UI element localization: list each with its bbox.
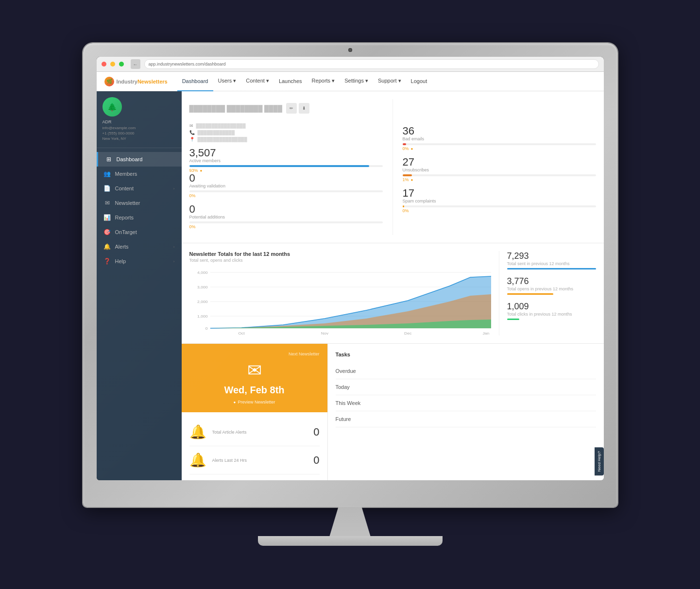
- profile-avatar: 🌲: [102, 97, 122, 117]
- back-button[interactable]: ←: [131, 59, 140, 69]
- svg-text:Dec: Dec: [404, 331, 411, 336]
- tasks-panel: Tasks Overdue Today This Week: [327, 344, 604, 480]
- minimize-btn[interactable]: [110, 62, 115, 67]
- newsletter-envelope-icon: ✉: [247, 360, 262, 381]
- sidebar-item-reports[interactable]: 📊 Reports: [97, 210, 182, 225]
- sidebar-item-content[interactable]: 📄 Content ›: [97, 181, 182, 196]
- task-this-week[interactable]: This Week: [336, 395, 596, 411]
- sidebar-item-dashboard[interactable]: ⊞ Dashboard: [97, 152, 182, 167]
- browser-chrome: ← app.industrynewsletters.com/dashboard: [97, 57, 604, 72]
- bad-emails-bar: [403, 143, 407, 145]
- nav-launches[interactable]: Launches: [274, 72, 307, 91]
- bell-full-icon: 🔔: [189, 424, 206, 440]
- sidebar-item-ontarget[interactable]: 🎯 OnTarget: [97, 225, 182, 239]
- preview-newsletter-btn[interactable]: ● Preview Newsletter: [234, 400, 275, 404]
- edit-button[interactable]: ✏: [286, 103, 297, 114]
- stat-active-members: 3,507 Active members 93% ●: [189, 148, 383, 173]
- account-header: ████████ ████████ ████ ✏ ⬇: [189, 99, 383, 118]
- active-members-count: 3,507: [189, 148, 383, 158]
- chart-area: 4,000 3,000 2,000 1,000 0: [189, 268, 491, 336]
- stat-spam: 17 Spam complaints 0%: [403, 188, 596, 213]
- svg-text:4,000: 4,000: [197, 270, 208, 275]
- bad-emails-indicator: ●: [411, 147, 413, 151]
- nav-logout[interactable]: Logout: [406, 72, 432, 91]
- spam-bar-container: [403, 205, 596, 207]
- last24-alerts-label: Alerts Last 24 Hrs: [212, 458, 247, 463]
- svg-text:Jan: Jan: [482, 331, 489, 336]
- ontarget-icon: 🎯: [103, 229, 111, 236]
- alerts-icon: 🔔: [103, 243, 111, 250]
- unsubscribes-indicator: ●: [411, 178, 413, 182]
- bad-emails-pct: 0%: [403, 146, 409, 151]
- sidebar-profile: 🌲 ADR info@example.com +1 (555) 000-0000…: [97, 91, 182, 148]
- bad-emails-bar-container: [403, 143, 596, 145]
- download-button[interactable]: ⬇: [299, 103, 309, 114]
- maximize-btn[interactable]: [119, 62, 124, 67]
- potential-bar-container: [189, 221, 383, 223]
- sidebar-item-newsletter[interactable]: ✉ Newsletter: [97, 196, 182, 210]
- sidebar-item-help[interactable]: ❓ Help ›: [97, 254, 182, 269]
- chart-subtitle: Total sent, opens and clicks: [189, 258, 491, 263]
- stats-left: ████████ ████████ ████ ✏ ⬇ ✉████████████…: [189, 99, 393, 235]
- active-members-bar: [189, 165, 369, 167]
- bad-emails-count: 36: [403, 126, 596, 136]
- chart-title: Newsletter Totals for the last 12 months: [189, 251, 491, 257]
- profile-email: info@example.com: [102, 126, 176, 130]
- nav-content[interactable]: Content ▾: [241, 72, 274, 91]
- last24-alerts-count: 0: [313, 454, 319, 467]
- profile-phone: +1 (555) 000-0000: [102, 131, 176, 135]
- active-members-label: Active members: [189, 158, 383, 163]
- monitor-wrapper: ← app.industrynewsletters.com/dashboard …: [83, 43, 617, 546]
- task-overdue[interactable]: Overdue: [336, 363, 596, 379]
- chart-right: 7,293 Total sent in previous 12 months 3…: [499, 251, 596, 336]
- app-root: 🌿 IndustryNewsletters Dashboard Users ▾ …: [97, 72, 604, 480]
- url-bar[interactable]: app.industrynewsletters.com/dashboard: [144, 59, 599, 69]
- chart-stat-opens: 3,776 Total opens in previous 12 months: [507, 276, 596, 295]
- profile-location: New York, NY: [102, 136, 176, 141]
- chart-left: Newsletter Totals for the last 12 months…: [189, 251, 491, 336]
- stand-base: [258, 536, 443, 546]
- bottom-section: Next Newsletter ✉ Wed, Feb 8th ● Preview…: [182, 344, 604, 480]
- close-btn[interactable]: [102, 62, 106, 67]
- newsletter-card: Next Newsletter ✉ Wed, Feb 8th ● Preview…: [182, 344, 327, 412]
- sidebar-item-members[interactable]: 👥 Members: [97, 167, 182, 181]
- nav-users[interactable]: Users ▾: [213, 72, 241, 91]
- unsubscribes-count: 27: [403, 157, 596, 168]
- total-clicks-bar: [507, 319, 520, 320]
- stat-potential: 0 Potential additions 0%: [189, 204, 383, 229]
- account-title: ████████ ████████ ████: [189, 105, 282, 112]
- top-nav-links: Dashboard Users ▾ Content ▾ Launches Rep…: [177, 72, 432, 91]
- nav-support[interactable]: Support ▾: [373, 72, 406, 91]
- stand-neck: [321, 507, 379, 536]
- sidebar-item-alerts[interactable]: 🔔 Alerts ›: [97, 239, 182, 254]
- chart-section: Newsletter Totals for the last 12 months…: [182, 243, 604, 344]
- monitor-stand: [258, 507, 443, 546]
- unsubscribes-footer: 1% ●: [403, 177, 596, 182]
- active-members-indicator: ●: [200, 168, 203, 173]
- unsubscribes-label: Unsubscribes: [403, 168, 596, 172]
- spam-footer: 0%: [403, 208, 596, 213]
- total-opens-bar: [507, 293, 553, 295]
- nav-settings[interactable]: Settings ▾: [340, 72, 373, 91]
- task-future[interactable]: Future: [336, 411, 596, 427]
- nav-reports[interactable]: Reports ▾: [307, 72, 340, 91]
- last24-alerts-block: 🔔 Alerts Last 24 Hrs 0: [189, 446, 320, 474]
- potential-label: Potential additions: [189, 215, 383, 219]
- tasks-title: Tasks: [336, 352, 596, 357]
- newsletter-panel: Next Newsletter ✉ Wed, Feb 8th ● Preview…: [182, 344, 327, 480]
- chart-stat-clicks: 1,009 Total clicks in previous 12 months: [507, 302, 596, 320]
- need-help-badge[interactable]: Need Help?: [595, 447, 604, 475]
- total-sent-bar: [507, 268, 596, 269]
- nav-dashboard[interactable]: Dashboard: [177, 72, 213, 91]
- svg-text:0: 0: [205, 326, 207, 331]
- spam-bar: [403, 205, 405, 207]
- task-today[interactable]: Today: [336, 379, 596, 395]
- main-content: ████████ ████████ ████ ✏ ⬇ ✉████████████…: [182, 91, 604, 480]
- stats-right-spacer: [403, 99, 596, 126]
- stat-bad-emails: 36 Bad emails 0% ●: [403, 126, 596, 151]
- unsubscribes-bar-container: [403, 174, 596, 176]
- awaiting-bar-container: [189, 190, 383, 192]
- help-chevron: ›: [173, 259, 175, 264]
- svg-text:3,000: 3,000: [197, 285, 208, 289]
- spam-pct: 0%: [403, 208, 409, 213]
